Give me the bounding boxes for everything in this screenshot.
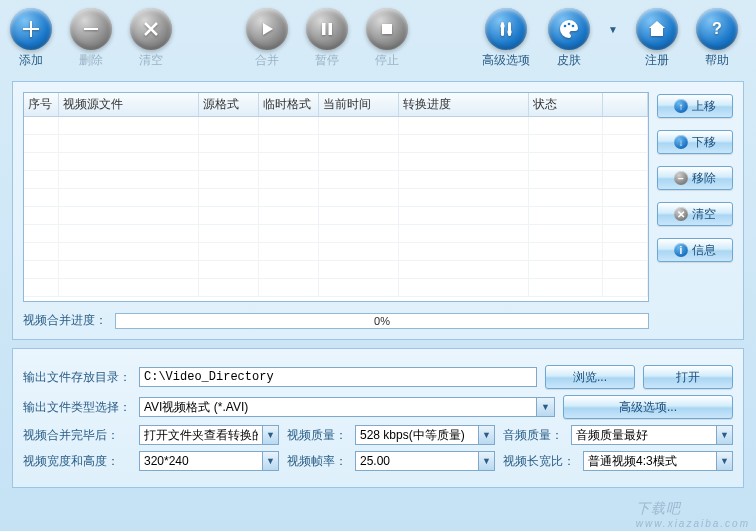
audio-quality-label: 音频质量： xyxy=(503,427,563,444)
video-quality-select[interactable] xyxy=(355,425,479,445)
chevron-down-icon[interactable]: ▼ xyxy=(479,451,495,471)
grid-header-row: 序号 视频源文件 源格式 临时格式 当前时间 转换进度 状态 xyxy=(24,93,648,117)
svg-text:?: ? xyxy=(712,20,722,37)
x-icon: ✕ xyxy=(674,207,688,221)
col-curtime[interactable]: 当前时间 xyxy=(318,93,398,117)
chevron-down-icon[interactable]: ▼ xyxy=(717,451,733,471)
svg-point-7 xyxy=(507,30,511,34)
video-fps-label: 视频帧率： xyxy=(287,453,347,470)
info-icon: i xyxy=(674,243,688,257)
svg-rect-2 xyxy=(329,23,333,35)
minus-icon xyxy=(70,8,112,50)
merge-progress-label: 视频合并进度： xyxy=(23,312,107,329)
watermark: 下载吧 www.xiazaiba.com xyxy=(636,500,750,529)
register-button[interactable]: 注册 xyxy=(636,8,678,69)
table-row xyxy=(24,189,648,207)
arrow-down-icon: ↓ xyxy=(674,135,688,149)
move-up-button[interactable]: ↑上移 xyxy=(657,94,733,118)
advanced-settings-button[interactable]: 高级选项... xyxy=(563,395,733,419)
table-row xyxy=(24,135,648,153)
output-type-select[interactable] xyxy=(139,397,537,417)
x-icon xyxy=(130,8,172,50)
skin-dropdown-icon[interactable]: ▼ xyxy=(608,24,618,53)
col-progress[interactable]: 转换进度 xyxy=(398,93,528,117)
table-row xyxy=(24,207,648,225)
output-type-label: 输出文件类型选择： xyxy=(23,399,131,416)
stop-icon xyxy=(366,8,408,50)
chevron-down-icon[interactable]: ▼ xyxy=(537,397,555,417)
browse-button[interactable]: 浏览... xyxy=(545,365,635,389)
table-row xyxy=(24,225,648,243)
table-row xyxy=(24,171,648,189)
arrow-up-icon: ↑ xyxy=(674,99,688,113)
svg-rect-3 xyxy=(382,24,392,34)
question-icon: ? xyxy=(696,8,738,50)
remove-button[interactable]: −移除 xyxy=(657,166,733,190)
output-settings-panel: 输出文件存放目录： 浏览... 打开 输出文件类型选择： ▼ 高级选项... 视… xyxy=(12,348,744,488)
side-buttons: ↑上移 ↓下移 −移除 ✕清空 i信息 xyxy=(657,92,733,329)
video-size-select[interactable] xyxy=(139,451,263,471)
after-merge-select[interactable] xyxy=(139,425,263,445)
audio-quality-select[interactable] xyxy=(571,425,717,445)
video-quality-label: 视频质量： xyxy=(287,427,347,444)
video-fps-select[interactable] xyxy=(355,451,479,471)
svg-point-6 xyxy=(500,24,504,28)
table-row xyxy=(24,261,648,279)
stop-button[interactable]: 停止 xyxy=(366,8,408,69)
add-button[interactable]: 添加 xyxy=(10,8,52,69)
aspect-ratio-select[interactable] xyxy=(583,451,717,471)
main-toolbar: 添加 删除 清空 合并 暂停 xyxy=(0,0,756,73)
merge-progress-bar: 0% xyxy=(115,313,649,329)
merge-button[interactable]: 合并 xyxy=(246,8,288,69)
skin-icon xyxy=(548,8,590,50)
after-merge-label: 视频合并完毕后： xyxy=(23,427,131,444)
svg-point-8 xyxy=(564,25,567,28)
output-dir-label: 输出文件存放目录： xyxy=(23,369,131,386)
move-down-button[interactable]: ↓下移 xyxy=(657,130,733,154)
svg-rect-0 xyxy=(84,28,98,30)
svg-point-10 xyxy=(572,25,575,28)
table-row xyxy=(24,243,648,261)
file-grid[interactable]: 序号 视频源文件 源格式 临时格式 当前时间 转换进度 状态 xyxy=(23,92,649,302)
list-panel: 序号 视频源文件 源格式 临时格式 当前时间 转换进度 状态 xyxy=(12,81,744,340)
output-dir-input[interactable] xyxy=(139,367,537,387)
clear-button[interactable]: 清空 xyxy=(130,8,172,69)
table-row xyxy=(24,117,648,135)
chevron-down-icon[interactable]: ▼ xyxy=(479,425,495,445)
col-status[interactable]: 状态 xyxy=(528,93,602,117)
skin-button[interactable]: 皮肤 xyxy=(548,8,590,69)
merge-progress-row: 视频合并进度： 0% xyxy=(23,312,649,329)
col-tmpfmt[interactable]: 临时格式 xyxy=(258,93,318,117)
col-seq[interactable]: 序号 xyxy=(24,93,58,117)
clear-list-button[interactable]: ✕清空 xyxy=(657,202,733,226)
aspect-ratio-label: 视频长宽比： xyxy=(503,453,575,470)
col-source[interactable]: 视频源文件 xyxy=(58,93,198,117)
delete-button[interactable]: 删除 xyxy=(70,8,112,69)
help-button[interactable]: ? 帮助 xyxy=(696,8,738,69)
pause-button[interactable]: 暂停 xyxy=(306,8,348,69)
col-srcfmt[interactable]: 源格式 xyxy=(198,93,258,117)
table-row xyxy=(24,279,648,297)
chevron-down-icon[interactable]: ▼ xyxy=(717,425,733,445)
table-row xyxy=(24,153,648,171)
minus-icon: − xyxy=(674,171,688,185)
play-icon xyxy=(246,8,288,50)
svg-point-9 xyxy=(568,23,571,26)
chevron-down-icon[interactable]: ▼ xyxy=(263,451,279,471)
video-size-label: 视频宽度和高度： xyxy=(23,453,131,470)
advanced-options-button[interactable]: 高级选项 xyxy=(482,8,530,69)
svg-rect-1 xyxy=(322,23,326,35)
pause-icon xyxy=(306,8,348,50)
info-button[interactable]: i信息 xyxy=(657,238,733,262)
chevron-down-icon[interactable]: ▼ xyxy=(263,425,279,445)
plus-icon xyxy=(10,8,52,50)
open-button[interactable]: 打开 xyxy=(643,365,733,389)
home-icon xyxy=(636,8,678,50)
sliders-icon xyxy=(485,8,527,50)
